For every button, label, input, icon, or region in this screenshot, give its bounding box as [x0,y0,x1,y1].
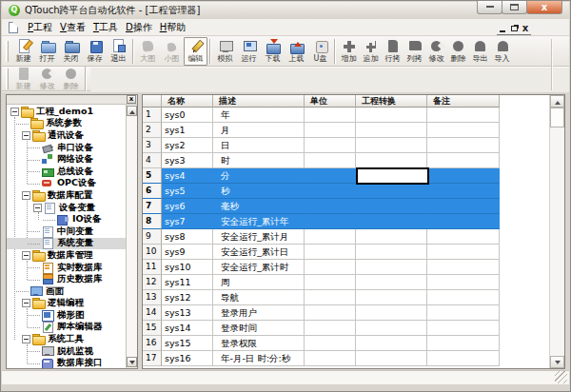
table-row[interactable]: 9 sys8 安全运行_累计月 [143,229,500,245]
column-header[interactable]: 名称 [162,95,213,108]
table-row[interactable]: 17 sys16 年-月-日 时:分:秒 [143,351,500,366]
tree-item[interactable]: 通讯设备 [7,129,126,142]
tree-item[interactable]: 画面 [7,285,126,298]
row-number-cell[interactable]: 9 [143,229,162,245]
row-number-cell[interactable]: 6 [143,184,162,199]
unit-cell[interactable] [305,168,356,184]
tree-expander-icon[interactable] [22,335,30,343]
menu-item[interactable]: D操作 [122,19,156,36]
name-cell[interactable]: sys5 [162,184,213,199]
tree-item[interactable]: IO设备 [7,213,126,225]
name-cell[interactable]: sys1 [162,123,213,138]
description-cell[interactable]: 周 [213,275,305,290]
table-row[interactable]: 14 sys13 登录用户 [143,305,500,321]
note-cell[interactable] [427,290,500,305]
tree-expander-icon[interactable] [22,299,30,307]
row-number-cell[interactable]: 17 [143,351,162,366]
column-header[interactable]: 单位 [305,95,356,108]
description-cell[interactable]: 安全运行_累计日 [213,245,305,260]
description-cell[interactable]: 日 [213,138,305,153]
toolbar-button[interactable]: 修改 [35,65,59,93]
menu-item[interactable]: P工程 [24,19,56,36]
conversion-cell[interactable] [356,275,427,290]
table-row[interactable]: 16 sys15 登录权限 [143,336,500,351]
conversion-cell[interactable] [356,245,427,260]
row-number-cell[interactable]: 4 [143,153,162,168]
description-cell[interactable]: 安全运行_累计月 [213,229,305,245]
row-number-cell[interactable]: 15 [143,321,162,336]
name-cell[interactable]: sys0 [162,108,213,123]
unit-cell[interactable] [305,275,356,290]
tree-item[interactable]: 设备变量 [7,202,126,214]
name-cell[interactable]: sys3 [162,153,213,168]
tree-expander-icon[interactable] [33,204,42,212]
toolbar-button[interactable]: 追加 [360,37,382,66]
name-cell[interactable]: sys2 [162,138,213,153]
toolbar-button[interactable]: U盘 [308,37,332,66]
tree-expander-icon[interactable] [22,251,30,260]
tree-panel-close-button[interactable]: x [127,95,136,104]
toolbar-button[interactable]: 编辑 [184,37,207,66]
unit-cell[interactable] [305,153,356,168]
table-scrollbar[interactable] [549,95,564,368]
row-number-cell[interactable]: 5 [143,168,162,184]
conversion-cell[interactable] [356,214,427,229]
mdi-restore-button[interactable] [508,23,520,33]
mdi-minimize-button[interactable] [497,23,508,33]
table-row[interactable]: 15 sys14 登录时间 [143,321,500,336]
table-scroll-thumb[interactable] [550,108,564,127]
description-cell[interactable]: 登录用户 [213,305,305,321]
toolbar-button[interactable]: 运行 [237,37,261,66]
toolbar-button[interactable]: 导出 [469,37,491,66]
unit-cell[interactable] [305,260,356,275]
row-number-cell[interactable]: 13 [143,290,162,305]
name-cell[interactable]: sys15 [162,336,213,351]
toolbar-button[interactable]: 模拟 [213,37,237,66]
unit-cell[interactable] [305,245,356,260]
unit-cell[interactable] [305,351,356,366]
toolbar-button[interactable]: 小图 [160,37,184,66]
table-row[interactable]: 2 sys1 月 [143,123,500,138]
note-cell[interactable] [427,108,500,123]
name-cell[interactable]: sys12 [162,290,213,305]
table-row[interactable]: 7 sys6 毫秒 [143,199,500,214]
toolbar-button[interactable]: 列拷 [404,37,425,66]
tree-item[interactable]: 数据库接口 [7,357,126,368]
note-cell[interactable] [427,123,500,138]
conversion-cell[interactable] [356,184,427,199]
unit-cell[interactable] [305,290,356,305]
unit-cell[interactable] [305,305,356,321]
unit-cell[interactable] [305,199,356,214]
unit-cell[interactable] [305,138,356,153]
description-cell[interactable]: 年-月-日 时:分:秒 [213,351,305,366]
tree-item[interactable]: 梯形图 [7,309,126,322]
unit-cell[interactable] [305,108,356,123]
toolbar-grip[interactable] [6,69,9,89]
conversion-cell[interactable] [356,336,427,351]
table-row[interactable]: 5 sys4 分 [143,168,500,184]
tree-item[interactable]: 历史数据库 [7,273,126,285]
tree-item[interactable]: 中间变量 [7,225,126,238]
toolbar-button[interactable]: 上载 [285,37,308,66]
toolbar-button[interactable]: 新建 [11,65,35,93]
table-row[interactable]: 1 sys0 年 [143,108,500,123]
note-cell[interactable] [427,153,500,168]
unit-cell[interactable] [305,184,356,199]
toolbar-button[interactable]: 增加 [338,37,360,66]
note-cell[interactable] [427,168,500,184]
name-cell[interactable]: sys11 [162,275,213,290]
note-cell[interactable] [427,245,500,260]
unit-cell[interactable] [305,229,356,245]
tree-item[interactable]: 系统参数 [7,118,126,130]
conversion-cell[interactable] [356,123,427,138]
menu-item[interactable]: V查看 [56,19,89,36]
resize-grip[interactable] [555,371,567,383]
note-cell[interactable] [427,336,500,351]
tree-expander-icon[interactable] [22,131,30,140]
name-cell[interactable]: sys4 [162,168,213,184]
conversion-cell[interactable] [356,229,427,245]
name-cell[interactable]: sys10 [162,260,213,275]
conversion-cell[interactable] [356,199,427,214]
tree-item[interactable]: 工程_demo1 [7,106,126,118]
note-cell[interactable] [427,184,500,199]
